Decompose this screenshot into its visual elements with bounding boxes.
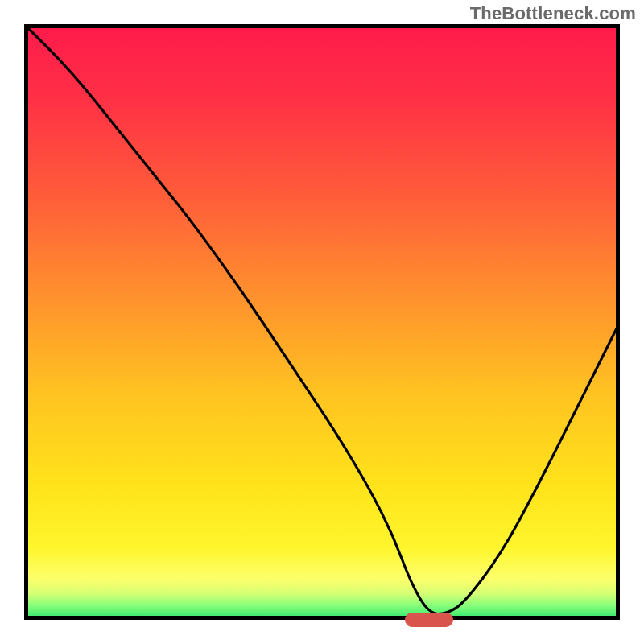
optimal-marker bbox=[405, 613, 453, 627]
gradient-background bbox=[24, 24, 620, 620]
bottleneck-chart: TheBottleneck.com bbox=[0, 0, 644, 644]
chart-svg bbox=[0, 0, 644, 644]
watermark-text: TheBottleneck.com bbox=[470, 3, 636, 24]
